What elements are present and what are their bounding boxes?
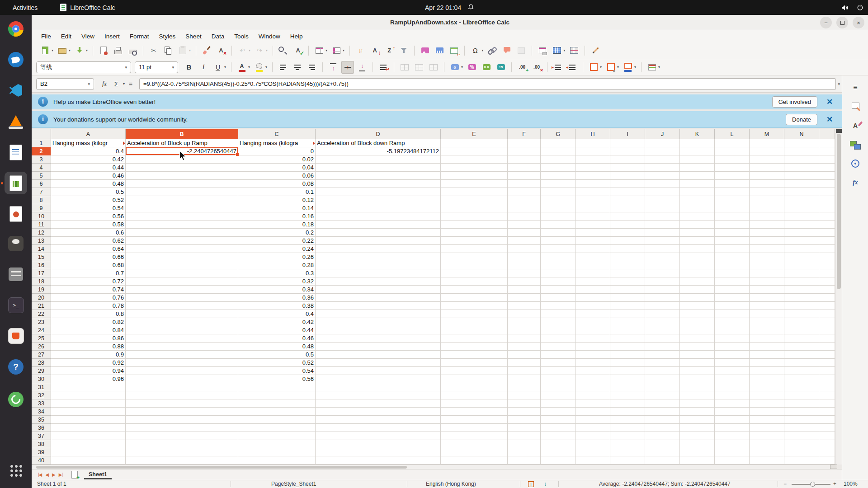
cell-partial-2[interactable]: [819, 147, 835, 155]
cell-M31[interactable]: [750, 383, 784, 391]
cell-partial-30[interactable]: [819, 375, 835, 383]
cell-L7[interactable]: [715, 188, 750, 196]
cell-I38[interactable]: [610, 440, 645, 448]
cell-partial-3[interactable]: [819, 155, 835, 164]
row-header-39[interactable]: 39: [32, 448, 51, 456]
cell-partial-33[interactable]: [819, 399, 835, 408]
cell-E35[interactable]: [441, 416, 508, 424]
cell-E40[interactable]: [441, 456, 508, 465]
cell-I33[interactable]: [610, 399, 645, 408]
next-sheet-button[interactable]: ▶: [52, 472, 55, 477]
cell-J14[interactable]: [645, 245, 680, 253]
cell-J32[interactable]: [645, 391, 680, 399]
cell-H27[interactable]: [576, 351, 610, 359]
cell-A10[interactable]: 0.56: [51, 212, 126, 221]
cell-M18[interactable]: [750, 277, 784, 286]
cell-E25[interactable]: [441, 334, 508, 343]
cell-B4[interactable]: [126, 164, 238, 172]
cell-B19[interactable]: [126, 286, 238, 294]
cell-E8[interactable]: [441, 196, 508, 204]
cell-F12[interactable]: [508, 229, 541, 237]
sort-ascending[interactable]: A: [368, 44, 381, 57]
cell-I10[interactable]: [610, 212, 645, 221]
insert-comment[interactable]: [500, 44, 513, 57]
dock-item-help[interactable]: [5, 356, 27, 378]
cell-F25[interactable]: [508, 334, 541, 343]
cell-H7[interactable]: [576, 188, 610, 196]
cell-H40[interactable]: [576, 456, 610, 465]
cell-H35[interactable]: [576, 416, 610, 424]
cell-D4[interactable]: [316, 164, 441, 172]
increase-indent[interactable]: [552, 61, 564, 74]
cell-N10[interactable]: [784, 212, 819, 221]
cell-K11[interactable]: [680, 221, 715, 229]
cell-K37[interactable]: [680, 432, 715, 440]
clone-formatting[interactable]: [200, 44, 213, 57]
cell-B18[interactable]: [126, 277, 238, 286]
cell-I14[interactable]: [610, 245, 645, 253]
format-as-percent[interactable]: [466, 61, 478, 74]
cell-M2[interactable]: [750, 147, 784, 155]
cell-D17[interactable]: [316, 269, 441, 277]
row-header-5[interactable]: 5: [32, 172, 51, 180]
cell-E26[interactable]: [441, 343, 508, 351]
cell-partial-22[interactable]: [819, 310, 835, 318]
cell-A39[interactable]: [51, 448, 126, 456]
border-style[interactable]: ▾: [604, 61, 620, 74]
cell-J26[interactable]: [645, 343, 680, 351]
cell-L16[interactable]: [715, 261, 750, 269]
cell-F27[interactable]: [508, 351, 541, 359]
cell-B6[interactable]: [126, 180, 238, 188]
cell-B22[interactable]: [126, 310, 238, 318]
cell-I39[interactable]: [610, 448, 645, 456]
cell-K26[interactable]: [680, 343, 715, 351]
cell-D6[interactable]: [316, 180, 441, 188]
row-header-7[interactable]: 7: [32, 188, 51, 196]
cell-D29[interactable]: [316, 367, 441, 375]
row-header-8[interactable]: 8: [32, 196, 51, 204]
cell-E20[interactable]: [441, 294, 508, 302]
cell-D37[interactable]: [316, 432, 441, 440]
cell-C36[interactable]: [238, 424, 316, 432]
column-header-H[interactable]: H: [576, 129, 610, 139]
sidebar-settings[interactable]: ≡: [848, 81, 863, 94]
cell-F24[interactable]: [508, 326, 541, 334]
cell-A8[interactable]: 0.52: [51, 196, 126, 204]
cell-I7[interactable]: [610, 188, 645, 196]
cell-H34[interactable]: [576, 408, 610, 416]
cell-A31[interactable]: [51, 383, 126, 391]
cell-partial-17[interactable]: [819, 269, 835, 277]
dock-item-libreoffice-impress[interactable]: [5, 202, 27, 225]
print-preview[interactable]: [126, 44, 139, 57]
cell-N16[interactable]: [784, 261, 819, 269]
cell-C21[interactable]: 0.38: [238, 302, 316, 310]
column-header-J[interactable]: J: [645, 129, 680, 139]
cell-N20[interactable]: [784, 294, 819, 302]
cell-H29[interactable]: [576, 367, 610, 375]
cell-M24[interactable]: [750, 326, 784, 334]
cell-D11[interactable]: [316, 221, 441, 229]
cell-K23[interactable]: [680, 318, 715, 326]
cell-H3[interactable]: [576, 155, 610, 164]
cell-H1[interactable]: [576, 139, 610, 147]
row-header-13[interactable]: 13: [32, 237, 51, 245]
dock-item-terminal[interactable]: [5, 294, 27, 316]
cell-E15[interactable]: [441, 253, 508, 261]
cell-F2[interactable]: [508, 147, 541, 155]
cell-A21[interactable]: 0.78: [51, 302, 126, 310]
cell-B1[interactable]: Acceleration of Block up Ramp: [126, 139, 238, 147]
cell-B37[interactable]: [126, 432, 238, 440]
cell-M22[interactable]: [750, 310, 784, 318]
cell-G26[interactable]: [541, 343, 576, 351]
cell-I1[interactable]: [610, 139, 645, 147]
cell-B39[interactable]: [126, 448, 238, 456]
cell-K21[interactable]: [680, 302, 715, 310]
cell-A25[interactable]: 0.86: [51, 334, 126, 343]
dropdown-arrow[interactable]: ▾: [343, 48, 344, 52]
page-style-status[interactable]: PageStyle_Sheet1: [271, 481, 316, 487]
cell-J29[interactable]: [645, 367, 680, 375]
cell-H9[interactable]: [576, 204, 610, 212]
cell-B40[interactable]: [126, 456, 238, 465]
cell-N5[interactable]: [784, 172, 819, 180]
row-header-10[interactable]: 10: [32, 212, 51, 221]
